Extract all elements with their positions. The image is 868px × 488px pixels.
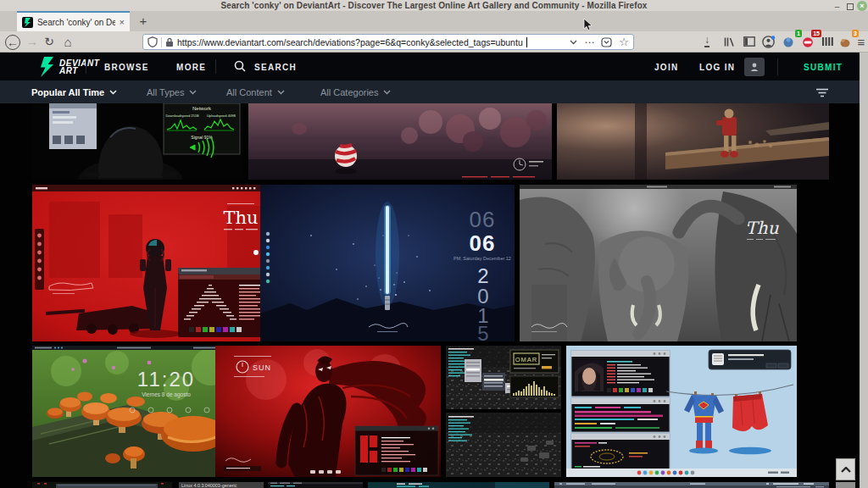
svg-text:2: 2 — [477, 264, 488, 287]
chevron-up-icon — [841, 467, 851, 473]
thumb-red-demon[interactable]: SUN — [215, 346, 441, 477]
vader-artwork: Network Downloadspeed 251B Uploadspeed 4… — [32, 103, 243, 180]
nav-login[interactable]: LOG IN — [699, 63, 735, 72]
filter-sort[interactable]: Popular All Time — [31, 87, 117, 97]
svg-text:Viernes 8 de agosto: Viernes 8 de agosto — [142, 391, 191, 398]
page-scrollbar[interactable] — [860, 53, 868, 488]
filter-content[interactable]: All Content — [226, 87, 285, 97]
svg-text:11:20: 11:20 — [137, 368, 195, 391]
home-button[interactable]: ⌂ — [59, 34, 76, 49]
bookmark-star-icon[interactable]: ☆ — [619, 36, 629, 48]
thumb-bottom-4[interactable] — [368, 482, 549, 488]
thumb-lightsaber[interactable]: 06 06 PM, Saturday December 12 2 0 1 5 — [260, 185, 515, 341]
extension-orange-icon[interactable]: 3 — [837, 34, 854, 49]
header-divider-2 — [215, 59, 216, 74]
thumb-bottom-3[interactable] — [268, 482, 363, 488]
bottom-3-artwork — [268, 482, 363, 488]
bottom-1-artwork — [32, 482, 172, 488]
svg-text:Signal 91%: Signal 91% — [191, 135, 213, 140]
tab-close-icon[interactable]: × — [120, 17, 125, 27]
tracking-shield-icon[interactable] — [147, 36, 158, 47]
chevron-down-icon — [189, 90, 197, 95]
lightsaber-artwork: 06 06 PM, Saturday December 12 2 0 1 5 — [260, 185, 515, 341]
extension-red-icon[interactable]: 15 — [799, 34, 816, 49]
thumb-toy-figure[interactable] — [557, 103, 829, 180]
back-button[interactable]: ← — [5, 35, 20, 50]
astronaut-artwork: 17:03 Thu — [32, 185, 287, 341]
bottom-4-artwork — [368, 482, 549, 488]
nav-join[interactable]: JOIN — [654, 63, 679, 72]
sidebar-toggle-icon[interactable] — [741, 34, 758, 49]
window-close-button[interactable]: × — [857, 1, 867, 11]
nav-browse[interactable]: BROWSE — [104, 63, 149, 72]
scroll-to-top-button[interactable] — [836, 458, 855, 480]
svg-text:Linux 4.0.3.040003-generic: Linux 4.0.3.040003-generic — [181, 483, 237, 488]
thumb-superman-desktop[interactable] — [566, 346, 797, 477]
submit-button[interactable]: SUBMIT — [804, 63, 843, 72]
svg-text:OMAR: OMAR — [515, 356, 538, 363]
window-titlebar[interactable]: Search 'conky' on DeviantArt - Discover … — [0, 0, 868, 11]
search-icon[interactable] — [234, 60, 246, 72]
chevron-down-icon — [383, 90, 391, 95]
thumb-bottom-5[interactable] — [554, 482, 829, 488]
elephant-artwork: Thu — [520, 185, 797, 341]
toy-artwork — [557, 103, 829, 180]
candy-artwork — [248, 103, 552, 180]
deviantart-favicon — [22, 17, 33, 28]
urlbar-divider — [161, 37, 162, 47]
library-icon[interactable] — [721, 34, 737, 49]
header-divider-3 — [777, 58, 778, 75]
new-tab-button[interactable]: + — [133, 13, 153, 31]
svg-text:06: 06 — [470, 230, 496, 256]
thumb-bottom-1[interactable] — [32, 482, 172, 488]
deviantart-logo-text[interactable]: DEVIANT ART — [59, 59, 99, 75]
terminal-window-3 — [571, 434, 670, 471]
scroll-button-partial[interactable] — [836, 482, 855, 488]
text-caret — [526, 37, 527, 47]
nav-more[interactable]: MORE — [176, 63, 206, 72]
filter-bar — [0, 80, 868, 103]
window-minimize-button[interactable]: – — [832, 2, 842, 11]
thumb-bottom-2[interactable]: Linux 4.0.3.040003-generic — [179, 482, 264, 488]
nav-search[interactable]: SEARCH — [254, 63, 297, 72]
thumb-dark-collage[interactable]: OMAR — [446, 346, 561, 477]
bottom-2-artwork: Linux 4.0.3.040003-generic — [179, 482, 264, 488]
thumb-mushrooms[interactable]: 11:20 Viernes 8 de agosto — [32, 346, 242, 477]
pocket-icon[interactable] — [601, 37, 612, 47]
search-results-grid: Network Downloadspeed 251B Uploadspeed 4… — [0, 103, 868, 488]
url-bar[interactable]: https://www.deviantart.com/search/deviat… — [142, 34, 634, 50]
superman-cape — [732, 394, 768, 431]
thumb-vader-conky[interactable]: Network Downloadspeed 251B Uploadspeed 4… — [32, 103, 243, 180]
window-title: Search 'conky' on DeviantArt - Discover … — [0, 1, 868, 10]
svg-text:06: 06 — [470, 207, 496, 232]
svg-text:5: 5 — [477, 322, 488, 341]
page-actions-icon[interactable]: ⋯ — [584, 39, 594, 46]
thumb-elephants[interactable]: Thu — [520, 185, 797, 341]
extension-blue-icon[interactable]: 1 — [780, 34, 797, 49]
deviantart-logo-icon[interactable] — [38, 57, 56, 77]
filter-funnel-icon[interactable] — [815, 88, 829, 97]
extension-bars-icon[interactable] — [819, 34, 836, 49]
menu-hamburger-icon[interactable]: ≡ — [853, 34, 868, 49]
thumb-candy[interactable] — [248, 103, 552, 180]
omar-widget: OMAR — [510, 350, 559, 373]
tab-strip — [0, 11, 868, 31]
bottom-5-artwork — [554, 482, 829, 488]
filter-categories[interactable]: All Categories — [320, 87, 391, 97]
svg-text:Thu: Thu — [745, 218, 779, 238]
window-maximize-button[interactable] — [847, 3, 854, 10]
collage-artwork: OMAR — [446, 346, 561, 477]
svg-text:Downloadspeed 251B: Downloadspeed 251B — [165, 114, 198, 118]
tab-active[interactable]: Search 'conky' on DeviantA × — [17, 11, 130, 31]
thumb-red-astronaut[interactable]: 17:03 Thu — [32, 185, 287, 341]
account-icon[interactable] — [760, 34, 777, 49]
urlbar-dropdown-icon[interactable] — [570, 40, 577, 45]
avatar[interactable] — [744, 58, 765, 76]
reload-button[interactable]: ↻ — [41, 34, 58, 49]
downloads-icon[interactable]: ↓ — [698, 34, 715, 49]
forward-button[interactable]: → — [24, 34, 41, 49]
mushrooms-artwork: 11:20 Viernes 8 de agosto — [32, 346, 242, 477]
svg-text:SUN: SUN — [253, 363, 271, 372]
lock-icon[interactable] — [165, 37, 174, 47]
filter-types[interactable]: All Types — [147, 87, 197, 97]
